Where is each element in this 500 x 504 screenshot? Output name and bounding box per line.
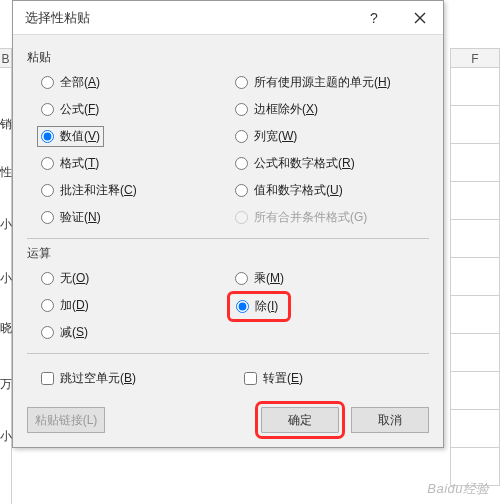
paste-link-button: 粘贴链接(L)	[27, 407, 105, 433]
paste-options: 全部(A) 公式(F) 数值(V) 格式(T) 批注和注释(C) 验证(N) 所…	[27, 72, 429, 228]
separator	[27, 238, 429, 239]
radio-column-widths[interactable]: 列宽(W)	[235, 128, 429, 145]
row-stub: 晓	[0, 320, 12, 337]
col-header-b[interactable]: B	[0, 48, 12, 68]
divide-highlight: 除(I)	[227, 291, 291, 322]
radio-comments[interactable]: 批注和注释(C)	[41, 182, 235, 199]
operation-options: 无(O) 加(D) 减(S) 乘(M) 除(I)	[27, 268, 429, 343]
row-stub: 小	[0, 270, 12, 287]
radio-validation[interactable]: 验证(N)	[41, 209, 235, 226]
ok-button[interactable]: 确定	[261, 407, 339, 433]
paste-group-label: 粘贴	[27, 49, 429, 66]
close-button[interactable]	[397, 1, 443, 35]
row-stub: 性	[0, 164, 12, 181]
grid-cell[interactable]	[450, 372, 500, 410]
grid-cell[interactable]	[450, 182, 500, 220]
grid-cell[interactable]	[450, 106, 500, 144]
radio-values[interactable]: 数值(V)	[37, 126, 104, 147]
grid-cell[interactable]	[450, 68, 500, 106]
radio-formulas[interactable]: 公式(F)	[41, 101, 235, 118]
radio-add[interactable]: 加(D)	[41, 297, 235, 314]
col-header-f[interactable]: F	[450, 48, 500, 68]
grid-cell[interactable]	[450, 296, 500, 334]
radio-multiply[interactable]: 乘(M)	[235, 270, 429, 287]
radio-formulas-number-formats[interactable]: 公式和数字格式(R)	[235, 155, 429, 172]
grid-cell[interactable]	[450, 410, 500, 448]
radio-divide[interactable]: 除(I)	[236, 298, 278, 315]
close-icon	[414, 12, 426, 24]
radio-none[interactable]: 无(O)	[41, 270, 235, 287]
help-button[interactable]: ?	[351, 1, 397, 35]
row-stub: 万	[0, 376, 12, 393]
titlebar: 选择性粘贴 ?	[13, 1, 443, 35]
check-skip-blanks[interactable]: 跳过空单元(B)	[41, 370, 226, 387]
radio-formats[interactable]: 格式(T)	[41, 155, 235, 172]
radio-subtract[interactable]: 减(S)	[41, 324, 235, 341]
grid-cell[interactable]	[450, 258, 500, 296]
paste-special-dialog: 选择性粘贴 ? 粘贴 全部(A) 公式(F) 数值(V) 格式(T) 批注和注释…	[12, 0, 444, 448]
grid-cell[interactable]	[450, 220, 500, 258]
radio-values-number-formats[interactable]: 值和数字格式(U)	[235, 182, 429, 199]
cancel-button[interactable]: 取消	[351, 407, 429, 433]
separator	[27, 353, 429, 354]
radio-source-theme[interactable]: 所有使用源主题的单元(H)	[235, 74, 429, 91]
row-stub: 小	[0, 428, 12, 445]
row-stub: 小	[0, 216, 12, 233]
row-stub: 销	[0, 116, 12, 133]
radio-no-borders[interactable]: 边框除外(X)	[235, 101, 429, 118]
radio-merge-conditional: 所有合并条件格式(G)	[235, 209, 429, 226]
grid-cell[interactable]	[450, 144, 500, 182]
check-transpose[interactable]: 转置(E)	[244, 370, 429, 387]
watermark: Baidu经验	[427, 480, 490, 498]
grid-cell[interactable]	[450, 334, 500, 372]
operation-group-label: 运算	[27, 245, 429, 262]
dialog-title: 选择性粘贴	[25, 9, 351, 27]
radio-all[interactable]: 全部(A)	[41, 74, 235, 91]
